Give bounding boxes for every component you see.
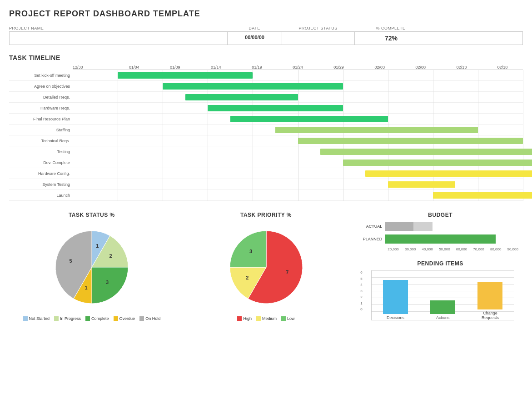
gantt-vline [478, 179, 478, 190]
budget-bar [385, 222, 413, 231]
budget-axis-label: 90,000 [507, 247, 518, 251]
legend-item: Not Started [23, 316, 50, 321]
gantt-bar [433, 192, 532, 199]
legend-swatch [237, 316, 242, 321]
gantt-bar-area [73, 135, 523, 146]
gantt-vline [253, 190, 253, 201]
task-priority-legend: HighMediumLow [237, 316, 294, 321]
gantt-vline [118, 103, 118, 114]
gantt-date-label: 01/19 [236, 65, 277, 70]
gantt-vline [523, 70, 523, 81]
project-name-value[interactable] [10, 32, 228, 45]
task-status-pie: 12315 [46, 222, 137, 313]
gantt-vline [118, 179, 118, 190]
gantt-vline [298, 168, 298, 179]
legend-label: Complete [91, 316, 109, 321]
gantt-bar-area [73, 157, 523, 168]
project-complete-label: % COMPLETE [354, 26, 427, 30]
gantt-vline [388, 114, 388, 125]
gantt-date-label: 12/30 [73, 65, 114, 70]
gantt-bar-area [73, 92, 523, 103]
pending-y-label: 6 [360, 270, 362, 274]
gantt-vline [208, 190, 208, 201]
gantt-bar [320, 149, 532, 155]
gantt-vline [253, 70, 253, 81]
gantt-bar-area [73, 81, 523, 92]
legend-swatch [54, 316, 59, 321]
task-status-title: TASK STATUS % [9, 212, 174, 218]
pending-y-label: 0 [360, 307, 362, 311]
gantt-date-label: 01/04 [114, 65, 154, 70]
gantt-vline [163, 92, 163, 103]
budget-axis-label: 70,000 [473, 247, 484, 251]
gantt-vline [298, 157, 298, 168]
gantt-vline [478, 81, 478, 92]
gantt-bar-area [73, 114, 523, 125]
pending-bar-group: Decisions [379, 280, 411, 320]
gantt-vline [163, 125, 163, 135]
gantt-task-name: System Testing [9, 182, 73, 187]
gantt-vline [208, 157, 208, 168]
pending-y-axis: 6543210 [360, 270, 362, 311]
gantt-vline [523, 114, 523, 125]
legend-label: High [243, 316, 252, 321]
pending-bar-group: Change Requests [474, 282, 506, 320]
task-priority-chart: TASK PRIORITY % 723 HighMediumLow [184, 212, 349, 321]
gantt-vline [388, 103, 388, 114]
pending-bars: Decisions Actions Change Requests [371, 270, 514, 320]
gantt-date-label: 02/08 [400, 65, 441, 70]
gantt-vline [253, 135, 253, 146]
svg-text:1: 1 [85, 285, 87, 290]
project-date-value[interactable]: 00/00/00 [228, 32, 282, 45]
gantt-row: Detailed Reqs. [9, 92, 523, 103]
gantt-vline [298, 70, 298, 81]
gantt-row: Staffing [9, 125, 523, 135]
gantt-vline [343, 103, 343, 114]
gantt-vline [478, 103, 478, 114]
gantt-vline [523, 125, 523, 135]
legend-swatch [114, 316, 118, 321]
budget-row-label: ACTUAL [362, 224, 385, 229]
budget-row: PLANNED [362, 234, 518, 244]
legend-swatch [85, 316, 90, 321]
project-info: PROJECT NAME DATE PROJECT STATUS % COMPL… [9, 26, 523, 45]
gantt-vline [433, 103, 433, 114]
gantt-row: Hardware Config. [9, 168, 523, 179]
gantt-vline [118, 81, 118, 92]
gantt-vline [118, 125, 118, 135]
gantt-bar [118, 72, 253, 79]
legend-item: High [237, 316, 252, 321]
gantt-vline [163, 157, 163, 168]
budget-bar-wrap [385, 222, 518, 231]
gantt-vline [478, 92, 478, 103]
pending-y-label: 4 [360, 283, 362, 287]
gantt-vline [478, 70, 478, 81]
gantt-date-label: 01/24 [277, 65, 318, 70]
budget-bar-secondary [413, 222, 433, 231]
gantt-task-name: Testing [9, 150, 73, 154]
legend-item: Complete [85, 316, 109, 321]
gantt-vline [208, 114, 208, 125]
gantt-vline [343, 179, 343, 190]
gantt-vline [163, 135, 163, 146]
budget-axis-label: 40,000 [422, 247, 433, 251]
gantt-container: 12/3001/0401/0901/1401/1901/2401/2902/03… [9, 65, 523, 201]
pending-y-label: 5 [360, 277, 362, 281]
legend-label: Medium [262, 316, 277, 321]
gantt-date-label: 02/18 [482, 65, 523, 70]
gantt-vline [388, 190, 388, 201]
project-status-label: PROJECT STATUS [282, 26, 354, 30]
gantt-vline [118, 135, 118, 146]
page-title: PROJECT REPORT DASHBOARD TEMPLATE [9, 9, 523, 19]
gantt-title: TASK TIMELINE [9, 54, 523, 61]
pending-bar [383, 280, 408, 314]
svg-text:7: 7 [286, 269, 288, 275]
gantt-row: System Testing [9, 179, 523, 190]
legend-label: Not Started [29, 316, 50, 321]
gantt-vline [298, 146, 298, 157]
pending-bar-label: Actions [427, 315, 459, 320]
gantt-task-name: Hardware Reqs. [9, 106, 73, 110]
pending-bar [430, 300, 455, 314]
gantt-row: Testing [9, 146, 523, 157]
legend-label: In Progress [60, 316, 81, 321]
